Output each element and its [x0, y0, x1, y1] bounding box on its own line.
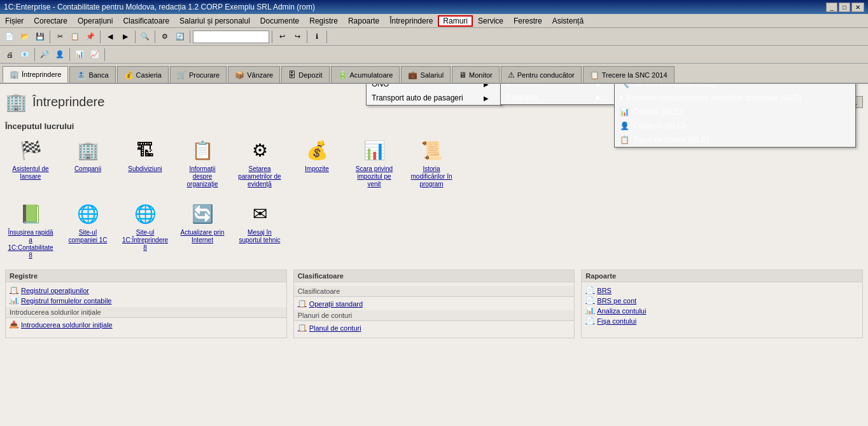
tab-icon-casieria: 💰 — [124, 71, 134, 79]
icon-site-companie[interactable]: 🌐 Site-ul companiei 1C — [62, 198, 113, 262]
minimize-btn[interactable]: _ — [826, 3, 837, 12]
search-input[interactable] — [193, 31, 269, 43]
menu-bar: Fișier Corectare Operațiuni Clasificatoa… — [0, 14, 868, 28]
tb-redo[interactable]: ↪ — [290, 30, 304, 44]
tab-icon-intreprindere: 🏢 — [10, 70, 19, 79]
link-registrul-operatiunilor[interactable]: 📋 Registrul operațiunilor — [10, 286, 283, 294]
tb2-btn3[interactable]: 🔎 — [38, 48, 52, 62]
tb-open[interactable]: 📂 — [18, 30, 32, 44]
tb-find[interactable]: 🔍 — [138, 30, 152, 44]
tab-vanzare[interactable]: 📦 Vânzare — [228, 66, 280, 83]
l3-adresele[interactable]: ℹ Adresele consumatorilor serviciilor co… — [615, 91, 855, 105]
l3-tipuri-contor[interactable]: 📋 Tipuri de contor (GLC) — [615, 133, 855, 147]
scara-icon: 📊 — [361, 137, 387, 163]
menu-fisier[interactable]: Fișier — [0, 15, 29, 27]
tab-conducator[interactable]: ⚠ Pentru conducător — [501, 66, 582, 83]
icon-insusire[interactable]: 📗 Însușirea rapidă a 1C:Contabilitate 8 — [5, 198, 56, 262]
icon-site-intreprindere[interactable]: 🌐 Site-ul 1C:Întreprindere 8 — [120, 198, 171, 262]
menu-registre[interactable]: Registre — [304, 15, 343, 27]
menu-ramuri[interactable]: Ramuri — [438, 15, 473, 27]
icon-impozite[interactable]: 💰 Impozite — [291, 135, 342, 191]
icon-informatii[interactable]: 📋 Informații despre organizație — [177, 135, 228, 191]
tb2-btn4[interactable]: 👤 — [53, 48, 67, 62]
link-operatii-standard[interactable]: 📋 Operații standard — [298, 299, 571, 308]
link-brs[interactable]: 📄 BRS — [585, 286, 858, 294]
icon-companii[interactable]: 🏢 Companii — [62, 135, 113, 191]
menu-operatiuni[interactable]: Operațiuni — [73, 15, 118, 27]
menu-salariu[interactable]: Salariul și personalul — [174, 15, 255, 27]
tb-save[interactable]: 💾 — [33, 30, 47, 44]
link-solduri[interactable]: 📥 Introducerea soldurilor inițiale — [10, 320, 283, 329]
tb-back[interactable]: ◀ — [103, 30, 117, 44]
menu-service[interactable]: Service — [473, 15, 508, 27]
l3-contorii[interactable]: 📊 Contorii (GLC) — [615, 105, 855, 119]
menu-transport-pasageri[interactable]: Transport auto de pasageri ▶ — [367, 91, 501, 105]
window-controls[interactable]: _ □ ✕ — [826, 3, 864, 12]
registre-panel: Registre 📋 Registrul operațiunilor 📊 Reg… — [5, 270, 287, 338]
tb-undo[interactable]: ↩ — [275, 30, 289, 44]
impozite-label: Impozite — [305, 165, 329, 173]
menu-ong[interactable]: ONG ▶ — [367, 84, 501, 91]
icon-subdiviziuni[interactable]: 🏗 Subdiviziuni — [120, 135, 171, 191]
tab-salariul[interactable]: 💼 Salariul — [401, 66, 451, 83]
l3-curatorii[interactable]: 👤 Curatorii (GLC) — [615, 119, 855, 133]
site-companie-icon: 🌐 — [75, 201, 101, 226]
tb-settings[interactable]: ⚙ — [158, 30, 172, 44]
icon-istoria[interactable]: 📜 Istoria modificărilor în program — [406, 135, 457, 191]
subdiviziuni-icon: 🏗 — [132, 137, 158, 163]
link-brs-pe-cont[interactable]: 📄 BRS pe cont — [585, 296, 858, 305]
fisa-icon: 📄 — [585, 317, 594, 325]
tb-cut[interactable]: ✂ — [53, 30, 67, 44]
tb-new[interactable]: 📄 — [3, 30, 17, 44]
submenu-rapoarte[interactable]: Rapoarte ▶ — [501, 90, 614, 104]
menu-documente[interactable]: Documente — [255, 15, 304, 27]
tab-procurare[interactable]: 🛒 Procurare — [170, 66, 227, 83]
icon-scara[interactable]: 📊 Scara privind impozitul pe venit — [349, 135, 400, 191]
tab-snc2014[interactable]: 📋 Trecere la SNC 2014 — [583, 66, 675, 83]
link-analiza-contului[interactable]: 📊 Analiza contului — [585, 306, 858, 315]
tb2-btn5[interactable]: 📊 — [73, 48, 87, 62]
tab-casieria[interactable]: 💰 Casieria — [117, 66, 169, 83]
menu-asistenta[interactable]: Asistență — [547, 15, 589, 27]
icon-actualizare[interactable]: 🔄 Actualizare prin Internet — [177, 198, 228, 262]
tb2-btn2[interactable]: 📧 — [18, 48, 32, 62]
maximize-btn[interactable]: □ — [839, 3, 850, 12]
l3-servicii-comunale-glc[interactable]: 🔧 Servicii comunale (GLC) — [615, 84, 855, 91]
tb-info[interactable]: ℹ — [310, 30, 324, 44]
tb2-btn1[interactable]: 🖨 — [3, 48, 17, 62]
tab-acumulatoare[interactable]: 🔋 Acumulatoare — [331, 66, 400, 83]
servicii-comunale-submenu: Clasificatoare ▶ 👥 Parteneri 🔧 Servicii … — [500, 84, 615, 105]
page-header-icon: 🏢 — [5, 92, 27, 113]
tab-banca[interactable]: 🏦 Banca — [69, 66, 115, 83]
tab-depozit[interactable]: 🗄 Depozit — [281, 66, 329, 83]
tb-forward[interactable]: ▶ — [118, 30, 132, 44]
informatii-label: Informații despre organizație — [179, 165, 225, 188]
link-registrul-formulelor[interactable]: 📊 Registrul formulelor contabile — [10, 296, 283, 305]
istoria-label: Istoria modificărilor în program — [409, 165, 454, 188]
link-planul-de-conturi[interactable]: 📋 Planul de conturi — [298, 324, 571, 332]
menu-ferestre[interactable]: Ferestre — [508, 15, 547, 27]
sep10 — [69, 48, 70, 61]
menu-corectare[interactable]: Corectare — [29, 15, 73, 27]
tab-intreprindere[interactable]: 🏢 Întreprindere — [3, 66, 68, 83]
submenu-documente[interactable]: Documente ▶ — [501, 84, 614, 90]
page-title: Întreprindere — [32, 95, 104, 109]
registre-header: Registre — [6, 270, 286, 282]
tab-icon-banca: 🏦 — [76, 71, 86, 79]
documente-sub-arrow: ▶ — [596, 84, 601, 87]
tb-refresh[interactable]: 🔄 — [173, 30, 187, 44]
tab-monitor[interactable]: 🖥 Monitor — [452, 66, 500, 83]
menu-clasificatoare[interactable]: Clasificatoare — [118, 15, 174, 27]
link-fisa-contului[interactable]: 📄 Fișa contului — [585, 317, 858, 325]
tb-copy[interactable]: 📋 — [68, 30, 82, 44]
sep1 — [50, 31, 50, 43]
tb2-btn6[interactable]: 📈 — [88, 48, 102, 62]
operatii-icon: 📋 — [298, 299, 307, 308]
icon-asistent[interactable]: 🏁 Asistentul de lansare — [5, 135, 56, 191]
icon-setarea[interactable]: ⚙ Setarea parametrilor de evidență — [234, 135, 285, 191]
menu-intreprindere[interactable]: Întreprindere — [384, 15, 438, 27]
tb-paste[interactable]: 📌 — [83, 30, 97, 44]
menu-rapoarte[interactable]: Rapoarte — [343, 15, 384, 27]
icon-mesaj[interactable]: ✉ Mesaj în suportul tehnic — [234, 198, 285, 262]
close-btn[interactable]: ✕ — [851, 3, 864, 12]
